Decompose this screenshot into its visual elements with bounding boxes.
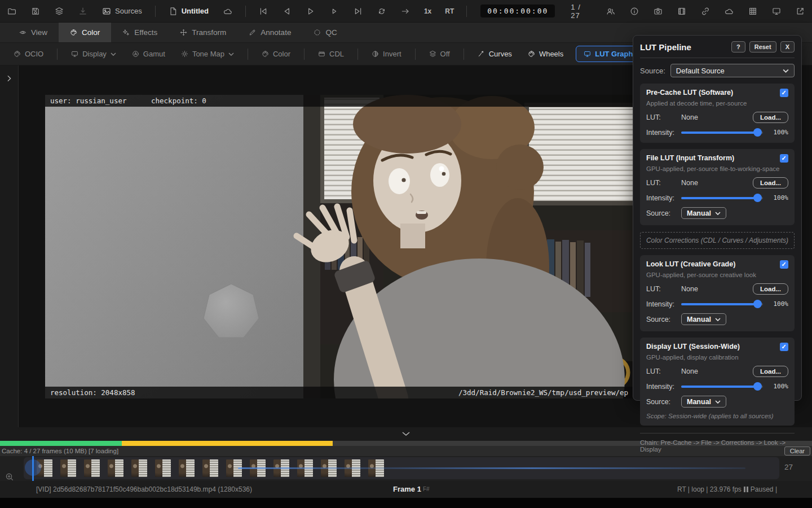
off-button[interactable]: Off — [421, 43, 458, 65]
timeline: 27 — [0, 456, 812, 481]
load-lut-button[interactable]: Load... — [753, 283, 788, 295]
timeline-thumbnail[interactable] — [131, 459, 147, 477]
grid-icon — [748, 7, 757, 16]
wheels-button[interactable]: Wheels — [520, 43, 571, 65]
source-mode-value: Manual — [687, 398, 711, 406]
intensity-slider[interactable] — [681, 382, 763, 391]
ocio-label: OCIO — [25, 50, 43, 58]
download-button[interactable] — [71, 0, 95, 23]
ocio-button[interactable]: OCIO — [6, 43, 51, 65]
source-select[interactable]: Default Source — [670, 64, 795, 77]
media-info-text: [VID] 2d56d82687b78171f50c496bab002bc18d… — [36, 485, 252, 493]
display-dropdown[interactable]: Display — [63, 43, 124, 65]
snapshot-button[interactable] — [646, 0, 670, 23]
loop-mode-button[interactable] — [370, 0, 394, 23]
layout-grid-button[interactable] — [741, 0, 765, 23]
off-label: Off — [440, 50, 450, 58]
source-mode-value: Manual — [687, 209, 711, 217]
step-forward-button[interactable] — [323, 0, 346, 23]
play-direction-button[interactable] — [394, 0, 417, 23]
timecode-display[interactable]: 00:00:00:00 — [480, 5, 555, 17]
download-icon — [78, 7, 87, 16]
load-lut-button[interactable]: Load... — [753, 366, 788, 377]
load-lut-button[interactable]: Load... — [753, 177, 788, 189]
lut-value: None — [681, 367, 753, 375]
media-button[interactable] — [670, 0, 694, 23]
layers-button[interactable] — [47, 0, 71, 23]
source-mode-select[interactable]: Manual — [681, 207, 726, 219]
cdl-button[interactable]: CDL — [310, 43, 352, 65]
tab-qc[interactable]: QC — [302, 23, 348, 42]
timeline-thumbnail[interactable] — [84, 459, 100, 477]
intensity-slider[interactable] — [681, 300, 763, 308]
look-lut-enabled-checkbox[interactable] — [780, 260, 788, 269]
display-button[interactable] — [765, 0, 788, 23]
timeline-thumbnail[interactable] — [179, 459, 195, 477]
sources-button[interactable]: Sources — [95, 0, 149, 23]
color-button[interactable]: Color — [254, 43, 298, 65]
external-link-icon — [796, 7, 805, 16]
slider-thumb[interactable] — [753, 128, 762, 137]
open-folder-button[interactable] — [0, 0, 24, 23]
invert-button[interactable]: Invert — [364, 43, 409, 65]
realtime-toggle[interactable]: RT — [438, 7, 461, 15]
link-icon — [701, 7, 710, 16]
slider-thumb[interactable] — [753, 300, 762, 308]
session-tab[interactable]: Untitled — [161, 0, 216, 23]
sync-cloud-button[interactable] — [216, 0, 240, 23]
link-button[interactable] — [694, 0, 717, 23]
info-button[interactable] — [623, 0, 646, 23]
lut-graph-button[interactable]: LUT Graph — [576, 46, 641, 62]
chevron-down-icon — [715, 318, 721, 321]
intensity-slider[interactable] — [681, 194, 763, 202]
section-title: Pre-Cache LUT (Software) — [646, 89, 780, 97]
play-reverse-button[interactable] — [275, 0, 299, 23]
display-lut-enabled-checkbox[interactable] — [780, 343, 788, 351]
timeline-thumbnail[interactable] — [155, 459, 171, 477]
slider-thumb[interactable] — [753, 382, 762, 391]
help-button[interactable]: ? — [731, 41, 745, 52]
timeline-thumbnail[interactable] — [202, 459, 218, 477]
section-title: File LUT (Input Transform) — [646, 154, 780, 162]
zoom-plus-icon[interactable] — [5, 472, 14, 481]
source-mode-select[interactable]: Manual — [681, 396, 726, 408]
precache-enabled-checkbox[interactable] — [780, 89, 788, 97]
source-mode-select[interactable]: Manual — [681, 313, 726, 325]
skip-to-end-button[interactable] — [346, 0, 370, 23]
timeline-scrub-strip[interactable] — [24, 457, 779, 479]
cloud-button[interactable] — [717, 0, 741, 23]
curves-button[interactable]: Curves — [470, 43, 520, 65]
gamut-button[interactable]: Gamut — [124, 43, 173, 65]
tab-annotate[interactable]: Annotate — [237, 23, 302, 42]
tab-view[interactable]: View — [8, 23, 59, 42]
timeline-end-frame: 27 — [784, 463, 793, 471]
close-button[interactable]: X — [780, 41, 795, 52]
color-corrections-button[interactable]: Color Corrections (CDL / Curves / Adjust… — [640, 232, 795, 249]
intensity-slider[interactable] — [681, 128, 763, 137]
reset-button[interactable]: Reset — [749, 41, 776, 52]
save-button[interactable] — [24, 0, 47, 23]
tab-transform[interactable]: Transform — [169, 23, 237, 42]
tab-effects-label: Effects — [134, 28, 157, 37]
slider-thumb[interactable] — [753, 194, 762, 202]
playback-speed-button[interactable]: 1x — [417, 7, 438, 15]
skip-to-start-button[interactable] — [251, 0, 275, 23]
load-lut-button[interactable]: Load... — [753, 112, 788, 123]
timeline-thumbnail[interactable] — [60, 459, 76, 477]
tone-map-dropdown[interactable]: Tone Map — [173, 43, 242, 65]
collapse-chevron-down-icon[interactable] — [402, 432, 410, 436]
play-button[interactable] — [299, 0, 323, 23]
thumbnail-figure — [155, 459, 162, 477]
timeline-thumbnail[interactable] — [108, 459, 123, 477]
pause-icon — [744, 487, 748, 492]
expand-panel-chevron-right-icon[interactable] — [5, 75, 13, 82]
thumbnail-blinds — [162, 459, 171, 477]
pop-out-button[interactable] — [788, 0, 812, 23]
tab-color[interactable]: Color — [59, 23, 111, 42]
tab-effects[interactable]: Effects — [111, 23, 169, 42]
collaborate-button[interactable] — [599, 0, 623, 23]
file-lut-enabled-checkbox[interactable] — [780, 154, 788, 163]
toolbar-separator — [415, 49, 416, 60]
cache-bar-loading — [122, 441, 333, 446]
playhead[interactable] — [32, 456, 34, 481]
